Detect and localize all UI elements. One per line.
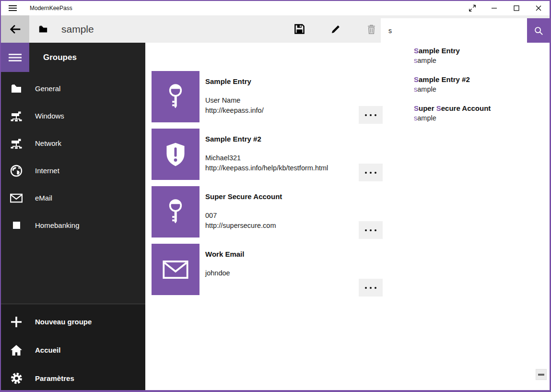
search-result-title: Super Secure Account	[414, 104, 543, 113]
entry-row[interactable]: Sample Entry User Name http://keepass.in…	[152, 71, 391, 122]
search-result-group: sample	[414, 56, 543, 65]
globe-icon	[10, 165, 23, 177]
search-result[interactable]: Sample Entry sample	[414, 46, 543, 65]
search-result-title: Sample Entry	[414, 46, 543, 56]
entry-title: Sample Entry #2	[205, 135, 261, 143]
more-icon	[365, 114, 367, 116]
sidebar-item-home[interactable]: Accueil	[1, 336, 145, 364]
app-menu-button[interactable]	[1, 1, 24, 15]
more-icon	[365, 287, 367, 289]
sidebar-item-new-group[interactable]: Nouveau groupe	[1, 308, 145, 336]
minimize-icon	[492, 5, 497, 11]
database-folder-icon	[38, 15, 48, 43]
hamburger-icon	[9, 5, 17, 12]
appbar: sample	[1, 15, 550, 43]
app-window: ModernKeePass	[0, 0, 551, 392]
entry-row[interactable]: Sample Entry #2 Michael321 http://keepas…	[152, 129, 391, 180]
search-result-group: sample	[414, 113, 543, 123]
entry-url: http://keepass.info/help/kb/testform.htm…	[205, 163, 328, 173]
trash-icon	[366, 24, 376, 35]
more-button[interactable]	[359, 164, 383, 181]
more-button[interactable]	[359, 106, 383, 124]
back-arrow-icon	[9, 23, 22, 36]
network-icon	[10, 110, 23, 122]
entry-details: Michael321 http://keepass.info/help/kb/t…	[205, 153, 328, 173]
titlebar: ModernKeePass	[1, 1, 550, 15]
entry-username: Michael321	[205, 153, 328, 163]
more-icon	[365, 229, 367, 231]
maximize-button[interactable]	[505, 1, 528, 15]
sidebar: Groupes General Windows Network	[1, 43, 145, 390]
entry-username: johndoe	[205, 268, 230, 278]
edit-button[interactable]	[317, 15, 353, 43]
search-result-group: sample	[414, 84, 543, 94]
shield-icon	[164, 142, 187, 167]
network-icon	[10, 137, 23, 150]
search-result[interactable]: Super Secure Account sample	[414, 104, 543, 123]
entry-title: Super Secure Account	[205, 192, 282, 201]
fullscreen-icon	[468, 4, 477, 12]
sidebar-item-general[interactable]: General	[1, 75, 145, 102]
entry-url: http://keepass.info/	[205, 106, 264, 116]
entry-url: http://supersecure.com	[205, 221, 276, 231]
entry-tile[interactable]	[152, 186, 199, 238]
entry-details: johndoe	[205, 268, 230, 278]
sidebar-bottom: Nouveau groupe Accueil Paramètres	[1, 304, 145, 390]
square-icon	[10, 222, 23, 229]
more-button[interactable]	[359, 221, 383, 239]
hamburger-icon	[9, 53, 22, 62]
pencil-icon	[330, 24, 341, 35]
nav-hamburger-button[interactable]	[1, 43, 29, 72]
search-input[interactable]	[381, 18, 527, 43]
entry-tile[interactable]	[152, 244, 199, 295]
search-icon	[533, 25, 544, 36]
minimize-button[interactable]	[483, 1, 505, 15]
key-icon	[165, 198, 186, 226]
entry-row[interactable]: Work Email johndoe	[152, 244, 391, 295]
back-button[interactable]	[1, 15, 29, 43]
entry-username: User Name	[205, 95, 264, 106]
minus-icon	[538, 374, 544, 376]
search-button[interactable]	[527, 18, 550, 43]
window-title: ModernKeePass	[30, 5, 72, 12]
sidebar-item-settings[interactable]: Paramètres	[1, 364, 145, 392]
maximize-icon	[514, 5, 519, 11]
plus-icon	[10, 316, 23, 328]
gear-icon	[10, 372, 23, 384]
fullscreen-button[interactable]	[461, 1, 483, 15]
appbar-actions	[281, 15, 389, 43]
sidebar-item-windows[interactable]: Windows	[1, 102, 145, 130]
envelope-icon	[10, 193, 23, 203]
entry-details: 007 http://supersecure.com	[205, 211, 276, 230]
home-icon	[10, 344, 23, 356]
entry-username: 007	[205, 211, 276, 221]
close-button[interactable]	[528, 1, 550, 15]
envelope-icon	[163, 261, 188, 279]
window-controls	[461, 1, 550, 15]
entry-title: Sample Entry	[205, 77, 251, 85]
save-icon	[294, 24, 305, 35]
entry-row[interactable]: Super Secure Account 007 http://supersec…	[152, 186, 391, 238]
groups-heading: Groupes	[43, 43, 77, 72]
sidebar-item-internet[interactable]: Internet	[1, 157, 145, 184]
database-name: sample	[61, 15, 94, 43]
sidebar-item-network[interactable]: Network	[1, 130, 145, 157]
group-list: General Windows Network Internet	[1, 75, 145, 239]
close-icon	[536, 5, 541, 11]
more-button[interactable]	[359, 279, 383, 297]
zoom-out-button[interactable]	[536, 369, 547, 380]
search-results: Sample Entry sample Sample Entry #2 samp…	[414, 46, 543, 132]
entry-title: Work Email	[205, 250, 244, 258]
sidebar-item-email[interactable]: eMail	[1, 184, 145, 212]
entry-tile[interactable]	[152, 129, 199, 180]
search-result[interactable]: Sample Entry #2 sample	[414, 75, 543, 94]
folder-icon	[10, 83, 23, 94]
more-icon	[365, 172, 367, 174]
search-result-title: Sample Entry #2	[414, 75, 543, 84]
entry-tile[interactable]	[152, 71, 199, 122]
entry-details: User Name http://keepass.info/	[205, 95, 264, 115]
sidebar-item-homebanking[interactable]: Homebanking	[1, 212, 145, 239]
key-icon	[165, 83, 186, 111]
save-button[interactable]	[281, 15, 317, 43]
